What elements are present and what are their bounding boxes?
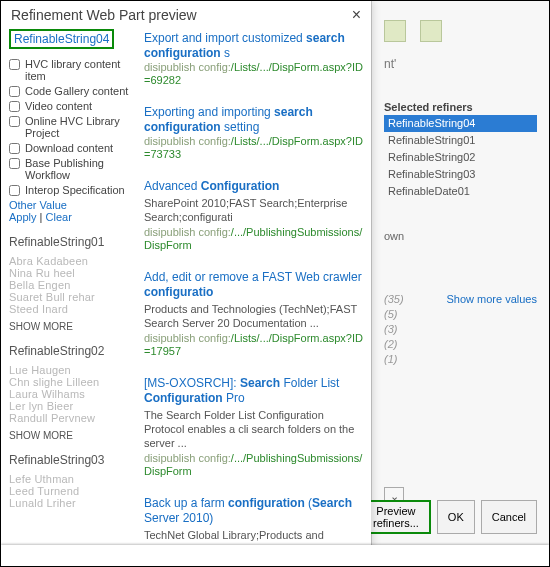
dialog-title: Refinement Web Part preview — [11, 7, 197, 23]
result-title[interactable]: Back up a farm configuration (Search Ser… — [144, 496, 363, 526]
bg-toolbar — [384, 11, 537, 51]
selected-refiner-item[interactable]: RefinableString01 — [384, 132, 537, 149]
refiner-option[interactable]: HVC library content item — [9, 58, 130, 82]
aggregation-count: (5) — [384, 307, 404, 322]
refiner-checkbox[interactable] — [9, 59, 20, 70]
primary-refiner-title[interactable]: RefinableString04 — [9, 29, 114, 49]
cancel-button[interactable]: Cancel — [481, 500, 537, 534]
refiners-column: RefinableString04 HVC library content it… — [1, 27, 138, 567]
show-more-values-link[interactable]: Show more values — [447, 292, 538, 367]
bg-toolbar-icon — [420, 20, 442, 42]
results-column[interactable]: Export and import customized search conf… — [138, 27, 371, 567]
result-url[interactable]: disipublish config:/.../PublishingSubmis… — [144, 226, 363, 252]
refiner-option-label: HVC library content item — [25, 58, 130, 82]
aggregation-count: (35) — [384, 292, 404, 307]
refinement-preview-dialog: Refinement Web Part preview × RefinableS… — [1, 1, 371, 567]
refiner-option[interactable]: Base Publishing Workflow — [9, 157, 130, 181]
refiner-checkbox[interactable] — [9, 116, 20, 127]
show-more-link[interactable]: SHOW MORE — [9, 321, 130, 332]
aggregation-count: (3) — [384, 322, 404, 337]
refiner-checkbox[interactable] — [9, 185, 20, 196]
apply-link[interactable]: Apply — [9, 211, 37, 223]
refiner-value[interactable]: Lunald Lriher — [9, 497, 130, 509]
bg-truncated-title: nt' — [384, 57, 537, 71]
refiner-option-label: Code Gallery content — [25, 85, 128, 97]
refiner-checkbox[interactable] — [9, 158, 20, 169]
result-title[interactable]: Export and import customized search conf… — [144, 31, 363, 61]
search-result: Add, edit or remove a FAST Web crawler c… — [144, 270, 363, 358]
refiner-group-title[interactable]: RefinableString03 — [9, 453, 130, 467]
result-title[interactable]: Exporting and importing search configura… — [144, 105, 363, 135]
bg-button-row: Preview refiners... OK Cancel — [361, 500, 537, 534]
refiner-value[interactable]: Suaret Bull rehar — [9, 291, 130, 303]
result-url[interactable]: disipublish config:/Lists/.../DispForm.a… — [144, 332, 363, 358]
bg-toolbar-icon — [384, 20, 406, 42]
aggregation-count: (2) — [384, 337, 404, 352]
result-url[interactable]: disipublish config:/Lists/.../DispForm.a… — [144, 61, 363, 87]
refiner-value[interactable]: Chn slighe Lilleen — [9, 376, 130, 388]
refiner-option-label: Interop Specification — [25, 184, 125, 196]
bg-partial-text: own — [384, 230, 537, 242]
selected-refiner-item[interactable]: RefinableString04 — [384, 115, 537, 132]
refiner-value[interactable]: Abra Kadabeen — [9, 255, 130, 267]
result-description: SharePoint 2010;FAST Search;Enterprise S… — [144, 196, 363, 224]
refiner-option-label: Video content — [25, 100, 92, 112]
selected-refiner-item[interactable]: RefinableDate01 — [384, 183, 537, 200]
refiner-checkbox[interactable] — [9, 143, 20, 154]
refiner-value[interactable]: Laura Wilhams — [9, 388, 130, 400]
refiner-value[interactable]: Lue Haugen — [9, 364, 130, 376]
refiner-group-title[interactable]: RefinableString01 — [9, 235, 130, 249]
result-title[interactable]: [MS-OXOSRCH]: Search Folder List Configu… — [144, 376, 363, 406]
close-icon[interactable]: × — [352, 8, 361, 22]
refiner-option[interactable]: Video content — [9, 100, 130, 112]
search-result: Export and import customized search conf… — [144, 31, 363, 87]
clear-link[interactable]: Clear — [46, 211, 72, 223]
search-result: [MS-OXOSRCH]: Search Folder List Configu… — [144, 376, 363, 478]
refiner-option[interactable]: Interop Specification — [9, 184, 130, 196]
refiner-option-label: Online HVC Library Project — [25, 115, 130, 139]
refiner-value[interactable]: Nina Ru heel — [9, 267, 130, 279]
refiner-value[interactable]: Leed Turnend — [9, 485, 130, 497]
result-description: The Search Folder List Configuration Pro… — [144, 408, 363, 450]
ok-button[interactable]: OK — [437, 500, 475, 534]
background-panel: nt' Selected refiners RefinableString04R… — [371, 1, 549, 566]
refiner-option[interactable]: Download content — [9, 142, 130, 154]
result-description: Products and Technologies (TechNet);FAST… — [144, 302, 363, 330]
refiner-value[interactable]: Bella Engen — [9, 279, 130, 291]
refiner-value[interactable]: Steed Inard — [9, 303, 130, 315]
selected-refiner-item[interactable]: RefinableString02 — [384, 149, 537, 166]
refiner-checkbox[interactable] — [9, 86, 20, 97]
search-result: Advanced ConfigurationSharePoint 2010;FA… — [144, 179, 363, 252]
preview-refiners-button[interactable]: Preview refiners... — [361, 500, 431, 534]
aggregation-count: (1) — [384, 352, 404, 367]
search-result: Back up a farm configuration (Search Ser… — [144, 496, 363, 567]
search-result: Exporting and importing search configura… — [144, 105, 363, 161]
result-url[interactable]: disipublish config:/.../PublishingSubmis… — [144, 452, 363, 478]
selected-refiners-heading: Selected refiners — [384, 101, 537, 113]
bg-aggregation-counts: (35)(5)(3)(2)(1) Show more values — [384, 292, 537, 367]
result-url[interactable]: disipublish config:/Lists/.../DispForm.a… — [144, 135, 363, 161]
refiner-option-label: Base Publishing Workflow — [25, 157, 130, 181]
refiner-group-title[interactable]: RefinableString02 — [9, 344, 130, 358]
result-url[interactable]: disipublish config:/Lists/.../DispForm.a… — [144, 558, 363, 567]
refiner-option[interactable]: Online HVC Library Project — [9, 115, 130, 139]
refiner-option[interactable]: Code Gallery content — [9, 85, 130, 97]
refiner-option-label: Download content — [25, 142, 113, 154]
other-value-link[interactable]: Other Value — [9, 199, 130, 211]
refiner-value[interactable]: Ler lyn Bieer — [9, 400, 130, 412]
result-title[interactable]: Add, edit or remove a FAST Web crawler c… — [144, 270, 363, 300]
refiner-value[interactable]: Lefe Uthman — [9, 473, 130, 485]
selected-refiner-item[interactable]: RefinableString03 — [384, 166, 537, 183]
result-title[interactable]: Advanced Configuration — [144, 179, 363, 194]
result-description: TechNet Global Library;Products and Tech… — [144, 528, 363, 556]
refiner-checkbox[interactable] — [9, 101, 20, 112]
refiner-value[interactable]: Randull Pervnew — [9, 412, 130, 424]
selected-refiners-list[interactable]: RefinableString04RefinableString01Refina… — [384, 115, 537, 200]
show-more-link[interactable]: SHOW MORE — [9, 430, 130, 441]
